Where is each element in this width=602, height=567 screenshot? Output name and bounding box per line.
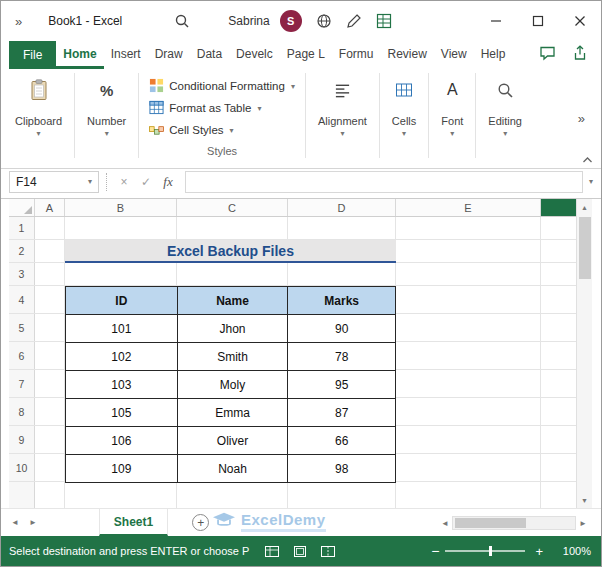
tab-draw[interactable]: Draw: [148, 41, 190, 69]
ribbon-overflow-chevron[interactable]: »: [578, 111, 585, 126]
zoom-slider-thumb[interactable]: [489, 546, 492, 556]
grid-row-partial[interactable]: [9, 482, 576, 508]
table-header-cell[interactable]: Name: [178, 287, 289, 315]
search-icon[interactable]: [174, 13, 190, 29]
table-cell[interactable]: 102: [66, 343, 178, 371]
horizontal-scroll-thumb[interactable]: [455, 518, 526, 528]
minimize-button[interactable]: [475, 1, 517, 41]
formula-bar-expand-icon[interactable]: ▾: [589, 177, 593, 186]
grid-icon[interactable]: [376, 13, 392, 29]
table-cell[interactable]: Noah: [178, 455, 289, 483]
number-group-button[interactable]: % Number ▾: [79, 69, 134, 168]
table-cell[interactable]: 66: [288, 427, 396, 455]
globe-icon[interactable]: [316, 13, 332, 29]
column-header-f-selected[interactable]: [541, 199, 576, 216]
select-all-corner[interactable]: [9, 199, 35, 216]
table-cell[interactable]: Jhon: [178, 315, 289, 343]
table-cell[interactable]: 78: [288, 343, 396, 371]
table-cell[interactable]: 106: [66, 427, 178, 455]
table-cell[interactable]: Oliver: [178, 427, 289, 455]
enter-icon[interactable]: ✓: [135, 175, 157, 189]
table-cell[interactable]: Emma: [178, 399, 289, 427]
clipboard-group-button[interactable]: Clipboard ▾: [7, 69, 70, 168]
table-cell[interactable]: 103: [66, 371, 178, 399]
table-cell[interactable]: 95: [288, 371, 396, 399]
comments-icon[interactable]: [539, 45, 557, 65]
alignment-group-button[interactable]: Alignment ▾: [310, 69, 375, 168]
row-header[interactable]: 1: [9, 217, 35, 239]
scroll-right-icon[interactable]: ►: [576, 519, 590, 528]
zoom-out-button[interactable]: −: [425, 543, 445, 559]
grid-row[interactable]: 3: [9, 263, 576, 286]
tab-data[interactable]: Data: [190, 41, 229, 69]
pencil-icon[interactable]: [346, 13, 362, 29]
insert-function-icon[interactable]: fx: [157, 174, 179, 190]
table-cell[interactable]: 87: [288, 399, 396, 427]
sheet-tab-sheet1[interactable]: Sheet1: [99, 509, 168, 536]
maximize-button[interactable]: [517, 1, 559, 41]
tab-formulas[interactable]: Formu: [332, 41, 381, 69]
vertical-scrollbar[interactable]: ▲ ▼: [576, 199, 592, 508]
formula-bar-splitter[interactable]: [99, 173, 107, 191]
scroll-left-icon[interactable]: ◄: [438, 519, 452, 528]
zoom-in-button[interactable]: +: [529, 544, 549, 559]
table-cell[interactable]: 105: [66, 399, 178, 427]
row-header[interactable]: 10: [9, 454, 35, 481]
formula-input[interactable]: [185, 171, 583, 193]
row-header[interactable]: [9, 482, 35, 508]
page-break-view-icon[interactable]: [321, 546, 335, 557]
tab-help[interactable]: Help: [474, 41, 513, 69]
avatar[interactable]: S: [280, 10, 302, 32]
row-header[interactable]: 9: [9, 426, 35, 453]
tab-view[interactable]: View: [434, 41, 474, 69]
share-icon[interactable]: [571, 45, 589, 65]
row-header[interactable]: 2: [9, 240, 35, 262]
scroll-up-icon[interactable]: ▲: [581, 199, 588, 215]
name-box[interactable]: F14 ▾: [9, 171, 99, 193]
quick-access-overflow-chevron[interactable]: »: [15, 14, 22, 29]
table-header-cell[interactable]: ID: [66, 287, 178, 315]
table-cell[interactable]: Smith: [178, 343, 289, 371]
tab-review[interactable]: Review: [380, 41, 433, 69]
column-header-d[interactable]: D: [288, 199, 396, 216]
normal-view-icon[interactable]: [265, 546, 279, 557]
close-button[interactable]: [559, 1, 601, 41]
row-header[interactable]: 7: [9, 370, 35, 397]
zoom-level[interactable]: 100%: [549, 545, 591, 557]
cell-styles-button[interactable]: Cell Styles ▾: [149, 119, 295, 141]
vertical-scroll-thumb[interactable]: [579, 217, 591, 279]
table-cell[interactable]: 109: [66, 455, 178, 483]
user-name[interactable]: Sabrina: [228, 14, 269, 28]
table-cell[interactable]: 98: [288, 455, 396, 483]
tab-file[interactable]: File: [9, 41, 56, 69]
row-header[interactable]: 3: [9, 263, 35, 285]
conditional-formatting-button[interactable]: Conditional Formatting ▾: [149, 75, 295, 97]
row-header[interactable]: 4: [9, 286, 35, 313]
table-header-cell[interactable]: Marks: [288, 287, 396, 315]
page-layout-view-icon[interactable]: [293, 546, 307, 557]
sheet-nav-left-icon[interactable]: ◄: [11, 518, 19, 527]
collapse-ribbon-icon[interactable]: [582, 156, 593, 164]
horizontal-scrollbar[interactable]: ◄ ►: [438, 514, 590, 532]
table-cell[interactable]: 101: [66, 315, 178, 343]
scroll-down-icon[interactable]: ▼: [581, 492, 588, 508]
add-sheet-button[interactable]: +: [192, 514, 209, 531]
row-header[interactable]: 6: [9, 342, 35, 369]
tab-home[interactable]: Home: [56, 41, 103, 69]
column-header-e[interactable]: E: [396, 199, 541, 216]
tab-page-layout[interactable]: Page L: [280, 41, 332, 69]
column-header-b[interactable]: B: [65, 199, 177, 216]
title-cell[interactable]: Excel Backup Files: [65, 240, 396, 263]
column-header-a[interactable]: A: [35, 199, 65, 216]
grid-row[interactable]: 1: [9, 217, 576, 240]
horizontal-scroll-track[interactable]: [452, 516, 576, 530]
row-header[interactable]: 8: [9, 398, 35, 425]
tab-developer[interactable]: Develc: [229, 41, 280, 69]
column-header-c[interactable]: C: [177, 199, 288, 216]
zoom-slider[interactable]: [445, 550, 525, 552]
row-header[interactable]: 5: [9, 314, 35, 341]
cells-group-button[interactable]: Cells ▾: [384, 69, 424, 168]
cancel-icon[interactable]: ×: [113, 175, 135, 189]
editing-group-button[interactable]: Editing ▾: [480, 69, 530, 168]
table-cell[interactable]: Moly: [178, 371, 289, 399]
